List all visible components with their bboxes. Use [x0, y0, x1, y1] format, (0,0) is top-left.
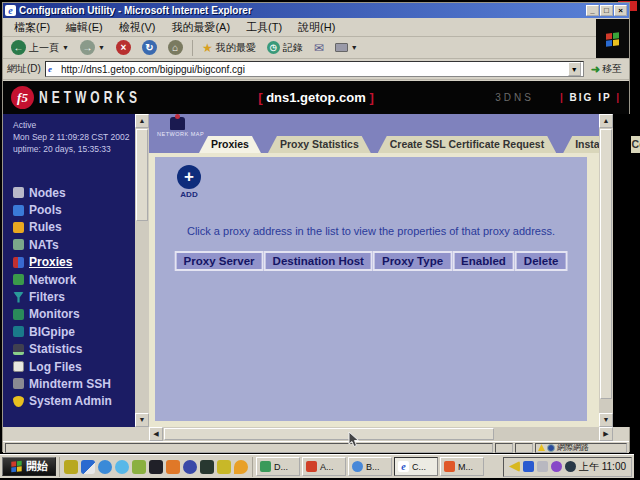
- sidebar-scroll-down-icon[interactable]: ▼: [135, 413, 149, 427]
- quick-launch-icon-9[interactable]: [200, 460, 214, 474]
- sidebar-scroll-thumb[interactable]: [136, 129, 148, 221]
- status-pane-2: [515, 443, 533, 453]
- menu-help[interactable]: 說明(H): [291, 19, 342, 36]
- refresh-button[interactable]: ↻: [138, 39, 161, 56]
- sidebar-item-statistics[interactable]: Statistics: [13, 341, 112, 358]
- page-horizontal-scrollbar[interactable]: ◀ ▶: [149, 427, 613, 441]
- menu-file[interactable]: 檔案(F): [7, 19, 57, 36]
- tab-strip: NETWORK MAP Proxies Proxy Statistics Cre…: [149, 114, 599, 153]
- tab-proxy-statistics[interactable]: Proxy Statistics: [268, 136, 371, 153]
- page-vertical-scrollbar[interactable]: ▲ ▼: [599, 114, 613, 427]
- start-button[interactable]: 開始: [2, 457, 56, 476]
- address-input[interactable]: e http://dns1.getop.com/bigipgui/bigconf…: [45, 61, 584, 77]
- ie-window-icon: e: [5, 5, 16, 16]
- menu-view[interactable]: 檢視(V): [112, 19, 163, 36]
- tab-create-ssl-certificate-request[interactable]: Create SSL Certificate Request: [378, 136, 556, 153]
- favorites-button[interactable]: ★ 我的最愛: [198, 40, 260, 56]
- add-proxy-button[interactable]: + ADD: [169, 165, 209, 199]
- quick-launch-icon-11[interactable]: [234, 460, 248, 474]
- system-tray: 上午 11:00: [503, 457, 632, 477]
- back-button[interactable]: ← 上一頁 ▼: [7, 39, 73, 56]
- sidebar-scroll-up-icon[interactable]: ▲: [135, 114, 149, 128]
- page-hscroll-thumb[interactable]: [164, 428, 494, 440]
- task-buttons: D... A... B... e C... B... M...: [256, 457, 500, 476]
- address-dropdown-icon[interactable]: ▼: [568, 62, 581, 76]
- network-icon: [13, 274, 24, 285]
- menu-favorites[interactable]: 我的最愛(A): [164, 19, 237, 36]
- show-desktop-icon[interactable]: [81, 460, 95, 474]
- task-button-4-active[interactable]: e C...: [394, 457, 438, 476]
- sidebar-item-nats[interactable]: NATs: [13, 236, 112, 253]
- system-admin-icon: [13, 396, 24, 407]
- f5-logo-icon: f5: [11, 86, 34, 109]
- quick-launch-icon-4[interactable]: [115, 460, 129, 474]
- quick-launch-icon-5[interactable]: [132, 460, 146, 474]
- task-icon-2: [306, 461, 317, 472]
- taskbar-clock[interactable]: 上午 11:00: [579, 460, 626, 474]
- menu-tools[interactable]: 工具(T): [239, 19, 289, 36]
- sidebar-item-mindterm-ssh[interactable]: Mindterm SSH: [13, 375, 112, 392]
- quick-launch-icon-6[interactable]: [149, 460, 163, 474]
- menu-edit[interactable]: 編輯(E): [59, 19, 110, 36]
- address-url[interactable]: http://dns1.getop.com/bigipgui/bigconf.c…: [61, 64, 565, 75]
- page-scroll-right-icon[interactable]: ▶: [599, 427, 613, 441]
- sidebar-item-system-admin[interactable]: System Admin: [13, 393, 112, 410]
- tab-proxies[interactable]: Proxies: [199, 136, 261, 153]
- go-button[interactable]: ➜ 移至: [588, 62, 625, 76]
- sidebar-item-monitors[interactable]: Monitors: [13, 306, 112, 323]
- instruction-text: Click a proxy address in the list to vie…: [155, 225, 587, 237]
- ie-launch-icon[interactable]: [98, 460, 112, 474]
- tray-icon-3[interactable]: [537, 461, 548, 472]
- page-scroll-thumb[interactable]: [600, 129, 612, 399]
- mail-button[interactable]: ✉: [310, 40, 328, 56]
- network-map-button[interactable]: NETWORK MAP: [157, 117, 197, 137]
- nodes-icon: [13, 187, 24, 198]
- forward-dropdown-icon[interactable]: ▼: [98, 44, 105, 51]
- sidebar-item-pools[interactable]: Pools: [13, 201, 112, 218]
- home-button[interactable]: ⌂: [164, 39, 187, 56]
- product-bigip-label[interactable]: | BIG IP |: [560, 92, 621, 103]
- proxies-icon: [13, 257, 24, 268]
- history-button[interactable]: ◷ 記錄: [263, 40, 307, 56]
- task-button-1[interactable]: D...: [256, 457, 300, 476]
- sidebar-scrollbar[interactable]: ▲ ▼: [135, 114, 149, 427]
- quick-launch-icon-7[interactable]: [166, 460, 180, 474]
- toolbar-separator: [192, 40, 193, 56]
- quick-launch-icon-1[interactable]: [64, 460, 78, 474]
- nats-icon: [13, 239, 24, 250]
- tray-icon-5[interactable]: [565, 461, 576, 472]
- task-icon-5: [444, 461, 455, 472]
- task-button-5[interactable]: B... M...: [440, 457, 484, 476]
- sidebar-item-rules[interactable]: Rules: [13, 219, 112, 236]
- proxy-table-header-row: Proxy Server Destination Host Proxy Type…: [175, 251, 568, 271]
- zone-label: 網際網路: [557, 442, 589, 453]
- sidebar-item-bigpipe[interactable]: BIGpipe: [13, 323, 112, 340]
- security-zone-pane: 網際網路: [535, 443, 627, 453]
- close-button[interactable]: ×: [614, 5, 627, 16]
- forward-button[interactable]: → ▼: [76, 39, 109, 56]
- sidebar-item-nodes[interactable]: Nodes: [13, 184, 112, 201]
- sidebar-item-proxies[interactable]: Proxies: [13, 254, 112, 271]
- stop-button[interactable]: ×: [112, 39, 135, 56]
- volume-icon[interactable]: [509, 461, 520, 472]
- maximize-button[interactable]: □: [600, 5, 613, 16]
- page-scroll-left-icon[interactable]: ◀: [149, 427, 163, 441]
- task-icon-3: [352, 461, 363, 472]
- tray-icon-2[interactable]: [523, 461, 534, 472]
- quick-launch-icon-10[interactable]: [217, 460, 231, 474]
- back-dropdown-icon[interactable]: ▼: [62, 44, 69, 51]
- home-icon: ⌂: [168, 40, 183, 55]
- page-scroll-up-icon[interactable]: ▲: [599, 114, 613, 128]
- task-button-2[interactable]: A...: [302, 457, 346, 476]
- sidebar-item-filters[interactable]: Filters: [13, 288, 112, 305]
- column-delete: Delete: [515, 251, 568, 271]
- print-button[interactable]: ▼: [331, 42, 362, 53]
- sidebar-item-log-files[interactable]: Log Files: [13, 358, 112, 375]
- task-icon-ie: e: [398, 461, 409, 472]
- minimize-button[interactable]: _: [586, 5, 599, 16]
- task-button-3[interactable]: B...: [348, 457, 392, 476]
- quick-launch-icon-8[interactable]: [183, 460, 197, 474]
- sidebar-item-network[interactable]: Network: [13, 271, 112, 288]
- page-scroll-down-icon[interactable]: ▼: [599, 413, 613, 427]
- tray-icon-4[interactable]: [551, 461, 562, 472]
